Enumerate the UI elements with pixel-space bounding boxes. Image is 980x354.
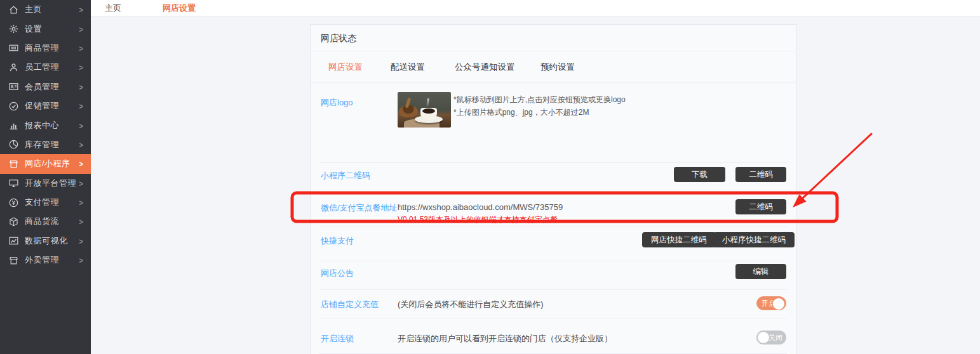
app-window: 主页> 设置> 商品管理> 员工管理> 会员管理> 促销管理> 报表中心> 库存…	[0, 0, 980, 354]
breadcrumb-home[interactable]: 主页	[105, 0, 121, 16]
tab-official-account-notify-settings[interactable]: 公众号通知设置	[455, 51, 515, 83]
sidebar-item-label: 商品管理	[25, 43, 59, 54]
sidebar-item-label: 外卖管理	[25, 254, 59, 266]
storefront-icon	[8, 255, 19, 266]
custom-recharge-label: 店铺自定义充值	[321, 299, 379, 310]
sidebar-item-staff[interactable]: 员工管理>	[0, 58, 91, 77]
breadcrumb-store-settings[interactable]: 网店设置	[163, 0, 196, 16]
store-logo-label: 网店logo	[321, 97, 353, 108]
chevron-right-icon: >	[79, 140, 83, 149]
row-divider	[319, 226, 787, 226]
sidebar-item-home[interactable]: 主页>	[0, 0, 91, 19]
sidebar-item-label: 设置	[25, 23, 42, 35]
person-icon	[8, 62, 19, 73]
order-url-value: https://wxshop.aibaocloud.com/MWS/735759	[398, 202, 563, 212]
announcement-edit-button[interactable]: 编辑	[735, 264, 786, 279]
quick-pay-label: 快捷支付	[321, 235, 354, 247]
chevron-right-icon: >	[79, 44, 83, 53]
sidebar-item-online-store[interactable]: 网店/小程序>	[0, 154, 91, 173]
sidebar-item-promotions[interactable]: 促销管理>	[0, 96, 91, 115]
settings-tabs: 网店设置 配送设置 公众号通知设置 预约设置	[311, 51, 796, 83]
sidebar-item-data-visualization[interactable]: 数据可视化>	[0, 232, 91, 251]
sidebar-item-label: 商品货流	[25, 216, 59, 227]
bar-chart-icon	[8, 120, 19, 131]
chevron-right-icon: >	[79, 159, 83, 168]
chain-toggle[interactable]: 关闭	[756, 331, 786, 344]
chevron-right-icon: >	[79, 218, 83, 226]
storefront-icon	[8, 159, 19, 169]
miniprogram-quick-qrcode-button[interactable]: 小程序快捷二维码	[713, 232, 795, 247]
home-icon	[8, 4, 19, 15]
tab-store-settings[interactable]: 网店设置	[328, 51, 363, 83]
chain-desc: 开启连锁的用户可以看到开启连锁的门店（仅支持企业版）	[398, 333, 612, 344]
row-divider	[319, 318, 787, 318]
custom-recharge-toggle[interactable]: 开启	[756, 296, 786, 310]
sidebar-item-label: 会员管理	[25, 81, 59, 93]
toggle-knob	[773, 298, 784, 310]
sidebar-item-settings[interactable]: 设置>	[0, 19, 91, 38]
logo-hint-1: *鼠标移动到图片上方,点击对应按钮预览或更换logo	[453, 95, 626, 105]
store-status-card: 网店状态 网店设置 配送设置 公众号通知设置 预约设置 网店logo *鼠标移动…	[310, 24, 796, 354]
sidebar-item-members[interactable]: 会员管理>	[0, 77, 91, 96]
row-divider	[319, 289, 787, 290]
store-logo-image[interactable]	[398, 92, 451, 128]
custom-recharge-desc: (关闭后会员将不能进行自定义充值操作)	[398, 299, 544, 310]
tab-reservation-settings[interactable]: 预约设置	[540, 51, 575, 83]
coin-icon	[8, 197, 19, 208]
card-header: 网店状态	[311, 25, 796, 51]
cube-icon	[8, 216, 19, 227]
miniprogram-qrcode-button[interactable]: 二维码	[735, 167, 786, 182]
member-card-icon	[8, 81, 19, 92]
check-circle-icon	[8, 101, 19, 112]
chevron-right-icon: >	[79, 102, 83, 110]
row-divider	[319, 162, 787, 163]
barcode-icon	[8, 43, 19, 53]
chevron-right-icon: >	[79, 237, 83, 246]
chevron-right-icon: >	[79, 25, 83, 34]
order-url-version-note: V0.01.53版本及以上的收银端才支持支付宝点餐	[398, 214, 558, 225]
announcement-label: 网店公告	[321, 268, 354, 279]
sidebar-item-label: 主页	[25, 4, 42, 15]
chevron-right-icon: >	[79, 63, 83, 72]
sidebar-item-open-platform[interactable]: 开放平台管理>	[0, 174, 91, 193]
tab-delivery-settings[interactable]: 配送设置	[391, 51, 425, 83]
chevron-right-icon: >	[79, 5, 83, 14]
logo-hint-2: *上传图片格式png、jpg，大小不超过2M	[453, 107, 589, 118]
download-button[interactable]: 下载	[674, 167, 725, 182]
chevron-right-icon: >	[79, 179, 83, 188]
chevron-right-icon: >	[79, 198, 83, 207]
line-chart-icon	[8, 235, 19, 246]
order-url-label: 微信/支付宝点餐地址	[321, 202, 398, 214]
gear-icon	[8, 23, 19, 34]
sidebar-item-label: 库存管理	[25, 139, 59, 150]
miniprogram-qr-label: 小程序二维码	[321, 170, 370, 181]
chevron-right-icon: >	[79, 82, 83, 91]
pie-chart-icon	[8, 139, 19, 150]
page-title: 网店状态	[321, 25, 356, 51]
toggle-off-label: 关闭	[769, 331, 782, 344]
chevron-right-icon: >	[79, 256, 83, 265]
sidebar-item-products[interactable]: 商品管理>	[0, 39, 91, 58]
sidebar-item-label: 促销管理	[25, 100, 59, 112]
topbar: 主页 网店设置	[91, 0, 980, 16]
chain-label: 开启连锁	[321, 333, 354, 344]
toggle-knob	[758, 332, 769, 343]
shop-quick-qrcode-button[interactable]: 网店快捷二维码	[642, 232, 716, 247]
sidebar-item-payment[interactable]: 支付管理>	[0, 193, 91, 212]
sidebar-item-label: 开放平台管理	[25, 178, 76, 189]
annotation-arrow-line	[802, 134, 871, 199]
sidebar-item-logistics[interactable]: 商品货流>	[0, 212, 91, 231]
sidebar-item-label: 员工管理	[25, 62, 59, 73]
sidebar-item-reports[interactable]: 报表中心>	[0, 115, 91, 134]
sidebar-item-label: 支付管理	[25, 197, 59, 208]
sidebar-item-label: 报表中心	[25, 120, 59, 131]
sidebar-item-label: 数据可视化	[25, 235, 68, 247]
sidebar-item-inventory[interactable]: 库存管理>	[0, 135, 91, 154]
monitor-icon	[8, 178, 19, 188]
order-url-qrcode-button[interactable]: 二维码	[735, 199, 786, 214]
chevron-right-icon: >	[79, 121, 83, 130]
row-divider	[319, 194, 787, 195]
sidebar: 主页> 设置> 商品管理> 员工管理> 会员管理> 促销管理> 报表中心> 库存…	[0, 0, 91, 354]
sidebar-item-takeout[interactable]: 外卖管理>	[0, 251, 91, 270]
row-divider	[319, 261, 787, 261]
